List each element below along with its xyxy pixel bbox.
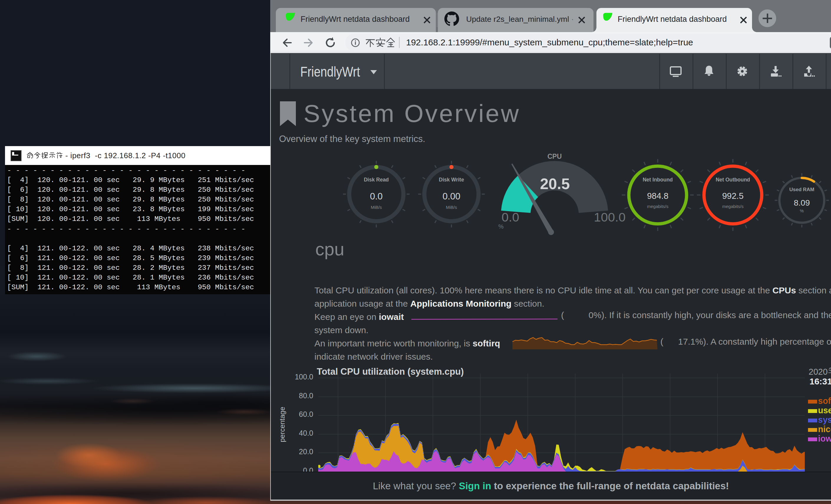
svg-text:megabits/s: megabits/s — [647, 204, 669, 209]
svg-text:Net Outbound: Net Outbound — [716, 177, 750, 183]
svg-text:Used RAM: Used RAM — [789, 187, 814, 192]
svg-text:8.09: 8.09 — [794, 198, 810, 207]
svg-text:Net Inbound: Net Inbound — [643, 177, 673, 183]
svg-text:megabits/s: megabits/s — [722, 204, 744, 209]
svg-text:%: % — [498, 223, 504, 230]
svg-text:Disk Read: Disk Read — [364, 177, 389, 183]
svg-text:CPU: CPU — [547, 153, 562, 160]
svg-text:Disk Write: Disk Write — [439, 177, 464, 183]
svg-text:0.0: 0.0 — [502, 210, 519, 224]
svg-text:MiB/s: MiB/s — [446, 205, 457, 210]
svg-text:0.0: 0.0 — [370, 191, 382, 202]
svg-text:MiB/s: MiB/s — [371, 205, 382, 210]
svg-text:984.8: 984.8 — [647, 191, 669, 201]
svg-text:20.5: 20.5 — [540, 175, 570, 192]
svg-text:992.5: 992.5 — [722, 191, 744, 201]
svg-text:%: % — [800, 208, 804, 213]
svg-text:0.00: 0.00 — [442, 191, 460, 202]
